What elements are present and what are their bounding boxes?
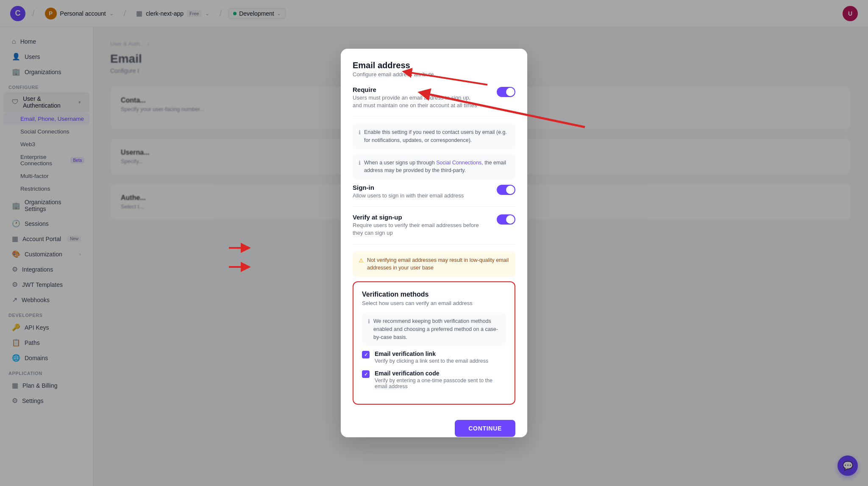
modal-overlay: Email address Configure email address at… xyxy=(0,0,868,486)
method2-label: Email verification code xyxy=(375,370,506,377)
sign-in-toggle-thumb xyxy=(506,186,515,194)
method2-check-icon: ✓ xyxy=(364,372,368,377)
verification-info-text: We recommend keeping both verification m… xyxy=(373,317,500,341)
method2-desc: Verify by entering a one-time passcode s… xyxy=(375,378,506,389)
modal-body: Require Users must provide an email addr… xyxy=(341,78,527,414)
require-toggle-container xyxy=(497,86,515,97)
sign-in-toggle[interactable] xyxy=(497,185,515,195)
verify-text: Verify at sign-up Require users to verif… xyxy=(353,214,480,237)
sign-in-label: Sign-in xyxy=(353,184,464,191)
sign-in-text: Sign-in Allow users to sign in with thei… xyxy=(353,184,464,200)
verify-toggle[interactable] xyxy=(497,214,515,225)
method2-row: ✓ Email verification code Verify by ente… xyxy=(362,370,506,389)
info-box-social: ℹ When a user signs up through Social Co… xyxy=(353,154,515,180)
require-toggle-thumb xyxy=(506,88,515,96)
method1-desc: Verify by clicking a link sent to the em… xyxy=(375,358,488,364)
verification-info-box: ℹ We recommend keeping both verification… xyxy=(362,312,506,346)
verify-label: Verify at sign-up xyxy=(353,214,480,221)
require-row: Require Users must provide an email addr… xyxy=(353,86,515,117)
method1-check-icon: ✓ xyxy=(364,352,368,358)
info-icon-3: ℹ xyxy=(368,318,370,341)
warn-icon: ⚠ xyxy=(359,257,364,272)
email-address-modal: Email address Configure email address at… xyxy=(341,49,527,438)
require-toggle[interactable] xyxy=(497,87,515,97)
verify-row: Verify at sign-up Require users to verif… xyxy=(353,214,515,244)
method2-text: Email verification code Verify by enteri… xyxy=(375,370,506,389)
info2-prefix: When a user signs up through xyxy=(364,160,436,166)
modal-footer: CONTINUE xyxy=(341,413,527,437)
sign-in-row: Sign-in Allow users to sign in with thei… xyxy=(353,184,515,207)
method1-checkbox[interactable]: ✓ xyxy=(362,351,370,358)
require-text: Require Users must provide an email addr… xyxy=(353,86,480,109)
verification-title: Verification methods xyxy=(362,291,506,298)
verification-desc: Select how users can verify an email add… xyxy=(362,300,506,306)
method1-text: Email verification link Verify by clicki… xyxy=(375,350,488,364)
verify-toggle-container xyxy=(497,214,515,225)
sign-in-desc: Allow users to sign in with their email … xyxy=(353,192,464,200)
require-label: Require xyxy=(353,86,480,93)
social-connections-link[interactable]: Social Connections xyxy=(436,160,481,166)
info-icon-1: ℹ xyxy=(359,129,361,144)
sign-in-toggle-container xyxy=(497,184,515,195)
verify-desc: Require users to verify their email addr… xyxy=(353,222,480,237)
continue-button[interactable]: CONTINUE xyxy=(455,420,515,437)
modal-title: Email address xyxy=(353,61,515,70)
method1-row: ✓ Email verification link Verify by clic… xyxy=(362,350,506,364)
method2-checkbox[interactable]: ✓ xyxy=(362,370,370,378)
info-box-contact: ℹ Enable this setting if you need to con… xyxy=(353,123,515,150)
modal-subtitle: Configure email address attribute xyxy=(353,71,515,78)
verify-toggle-thumb xyxy=(506,215,515,224)
method1-label: Email verification link xyxy=(375,350,488,357)
info-text-1: Enable this setting if you need to conta… xyxy=(364,128,509,144)
warn-box-verify: ⚠ Not verifying email addresses may resu… xyxy=(353,251,515,278)
require-desc: Users must provide an email address to s… xyxy=(353,94,480,109)
modal-header: Email address Configure email address at… xyxy=(341,49,527,78)
info-text-2: When a user signs up through Social Conn… xyxy=(364,159,509,175)
info-icon-2: ℹ xyxy=(359,159,361,175)
warn-text: Not verifying email addresses may result… xyxy=(367,256,509,272)
verification-methods-box: Verification methods Select how users ca… xyxy=(353,281,515,405)
